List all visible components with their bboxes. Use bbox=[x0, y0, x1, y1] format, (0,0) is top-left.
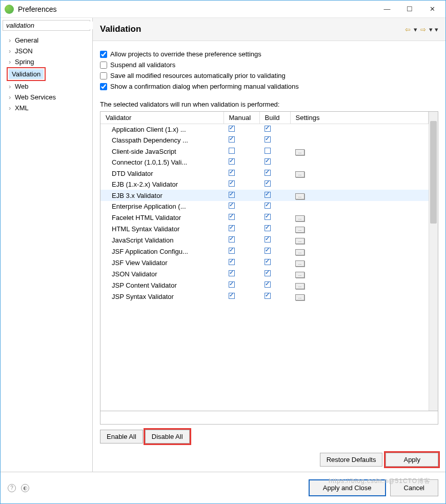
manual-checkbox[interactable] bbox=[229, 170, 235, 176]
validator-name: HTML Syntax Validator bbox=[100, 223, 224, 234]
tree-item-json[interactable]: JSON bbox=[2, 46, 91, 56]
settings-button[interactable]: ... bbox=[295, 215, 305, 221]
manual-checkbox[interactable] bbox=[229, 293, 235, 299]
filter-input[interactable] bbox=[6, 22, 93, 29]
table-row[interactable]: DTD Validator... bbox=[100, 168, 429, 179]
build-checkbox[interactable] bbox=[265, 148, 271, 154]
table-row[interactable]: JSP Syntax Validator... bbox=[100, 291, 429, 302]
tree-item-general[interactable]: General bbox=[2, 35, 91, 46]
tree-item-validation[interactable]: Validation bbox=[9, 69, 44, 79]
build-checkbox[interactable] bbox=[265, 170, 271, 176]
col-settings[interactable]: Settings bbox=[290, 112, 429, 124]
settings-button[interactable]: ... bbox=[295, 260, 305, 267]
manual-checkbox[interactable] bbox=[229, 225, 235, 231]
scrollbar-thumb[interactable] bbox=[430, 121, 437, 224]
settings-button[interactable]: ... bbox=[295, 227, 305, 233]
build-checkbox[interactable] bbox=[265, 225, 271, 231]
settings-button[interactable]: ... bbox=[295, 171, 305, 177]
content-header: Validation ⇦▾ ⇨▾ ▾ bbox=[93, 18, 445, 41]
check-suspend[interactable]: Suspend all validators bbox=[100, 61, 438, 69]
build-checkbox[interactable] bbox=[265, 136, 271, 143]
tree-item-web-services[interactable]: Web Services bbox=[2, 92, 91, 103]
table-row[interactable]: Application Client (1.x) ... bbox=[100, 124, 429, 135]
manual-checkbox[interactable] bbox=[229, 148, 235, 154]
settings-button[interactable]: ... bbox=[295, 294, 305, 300]
build-checkbox[interactable] bbox=[265, 270, 271, 276]
settings-button[interactable]: ... bbox=[295, 283, 305, 289]
scrollbar[interactable] bbox=[429, 112, 438, 411]
tree-item-xml[interactable]: XML bbox=[2, 103, 91, 113]
restore-defaults-button[interactable]: Restore Defaults bbox=[320, 453, 383, 467]
table-row[interactable]: Facelet HTML Validator... bbox=[100, 212, 429, 223]
build-checkbox[interactable] bbox=[265, 281, 271, 288]
checkbox-save-modified[interactable] bbox=[100, 72, 107, 79]
checkbox-confirm-dialog[interactable] bbox=[100, 83, 107, 90]
minimize-button[interactable]: — bbox=[382, 4, 392, 14]
back-icon[interactable]: ⇦ bbox=[405, 26, 411, 33]
col-manual[interactable]: Manual bbox=[224, 112, 259, 124]
manual-checkbox[interactable] bbox=[229, 270, 235, 276]
nav-arrows: ⇦▾ ⇨▾ ▾ bbox=[405, 26, 438, 33]
table-row[interactable]: JavaScript Validation... bbox=[100, 234, 429, 246]
manual-checkbox[interactable] bbox=[229, 158, 235, 165]
forward-icon[interactable]: ⇨ bbox=[420, 26, 426, 33]
table-row[interactable]: Enterprise Application (... bbox=[100, 201, 429, 212]
manual-checkbox[interactable] bbox=[229, 192, 235, 198]
tree-item-web[interactable]: Web bbox=[2, 81, 91, 92]
manual-checkbox[interactable] bbox=[229, 214, 235, 220]
checkbox-suspend[interactable] bbox=[100, 62, 107, 69]
check-confirm-dialog[interactable]: Show a confirmation dialog when performi… bbox=[100, 83, 438, 90]
manual-checkbox[interactable] bbox=[229, 248, 235, 254]
build-checkbox[interactable] bbox=[265, 192, 271, 198]
table-row[interactable]: JSF View Validator... bbox=[100, 257, 429, 268]
build-checkbox[interactable] bbox=[265, 236, 271, 243]
manual-checkbox[interactable] bbox=[229, 126, 235, 132]
table-row[interactable]: Client-side JavaScript... bbox=[100, 146, 429, 157]
help-icon[interactable]: ? bbox=[8, 484, 16, 492]
build-checkbox[interactable] bbox=[265, 259, 271, 265]
close-button[interactable]: ✕ bbox=[427, 4, 437, 14]
col-build[interactable]: Build bbox=[259, 112, 290, 124]
progress-icon[interactable]: ◐ bbox=[21, 484, 29, 492]
tree-item-spring[interactable]: Spring bbox=[2, 56, 91, 67]
settings-button[interactable]: ... bbox=[295, 249, 305, 255]
col-validator[interactable]: Validator bbox=[100, 112, 224, 124]
manual-checkbox[interactable] bbox=[229, 203, 235, 209]
validator-name: Client-side JavaScript bbox=[100, 146, 224, 157]
manual-checkbox[interactable] bbox=[229, 180, 235, 187]
build-checkbox[interactable] bbox=[265, 248, 271, 254]
table-row[interactable]: JSF Application Configu...... bbox=[100, 246, 429, 257]
settings-button[interactable]: ... bbox=[295, 272, 305, 278]
table-row[interactable]: JSON Validator... bbox=[100, 268, 429, 279]
apply-and-close-button[interactable]: Apply and Close bbox=[309, 479, 386, 496]
manual-checkbox[interactable] bbox=[229, 259, 235, 265]
manual-checkbox[interactable] bbox=[229, 281, 235, 288]
build-checkbox[interactable] bbox=[265, 126, 271, 132]
table-row[interactable]: Connector (1.0,1.5) Vali... bbox=[100, 157, 429, 168]
manual-checkbox[interactable] bbox=[229, 136, 235, 143]
build-checkbox[interactable] bbox=[265, 203, 271, 209]
checkbox-allow-override[interactable] bbox=[100, 51, 107, 58]
enable-all-button[interactable]: Enable All bbox=[100, 430, 143, 443]
apply-button[interactable]: Apply bbox=[386, 453, 438, 467]
check-save-modified[interactable]: Save all modified resources automaticall… bbox=[100, 72, 438, 79]
table-row[interactable]: JSP Content Validator... bbox=[100, 279, 429, 291]
settings-button[interactable]: ... bbox=[295, 238, 305, 244]
table-row[interactable]: EJB 3.x Validator... bbox=[100, 190, 429, 201]
table-row[interactable]: Classpath Dependency ... bbox=[100, 135, 429, 146]
settings-button[interactable]: ... bbox=[295, 149, 305, 155]
build-checkbox[interactable] bbox=[265, 293, 271, 299]
build-checkbox[interactable] bbox=[265, 180, 271, 187]
filter-box[interactable]: ⌫ bbox=[3, 20, 90, 31]
table-row[interactable]: EJB (1.x-2.x) Validator bbox=[100, 179, 429, 190]
cancel-button[interactable]: Cancel bbox=[390, 479, 438, 496]
status-strip bbox=[100, 411, 438, 425]
manual-checkbox[interactable] bbox=[229, 236, 235, 243]
table-row[interactable]: HTML Syntax Validator... bbox=[100, 223, 429, 234]
build-checkbox[interactable] bbox=[265, 158, 271, 165]
disable-all-button[interactable]: Disable All bbox=[145, 430, 190, 443]
check-allow-override[interactable]: Allow projects to override these prefere… bbox=[100, 50, 438, 58]
build-checkbox[interactable] bbox=[265, 214, 271, 220]
maximize-button[interactable]: ☐ bbox=[404, 4, 415, 14]
settings-button[interactable]: ... bbox=[295, 193, 305, 199]
